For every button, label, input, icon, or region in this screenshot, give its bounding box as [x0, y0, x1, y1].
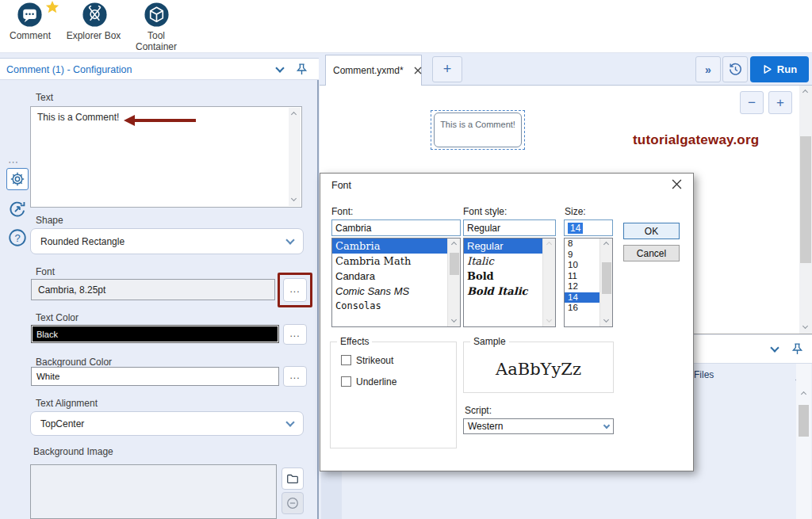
sample-group: Sample AaBbYyZz: [463, 342, 614, 393]
underline-checkbox[interactable]: [341, 376, 351, 387]
style-option[interactable]: Bold Italic: [464, 284, 555, 299]
pin-icon[interactable]: [791, 342, 804, 356]
settings-tab-button[interactable]: [6, 168, 29, 190]
help-tab-button[interactable]: ?: [7, 227, 28, 248]
plus-icon: +: [443, 61, 452, 78]
font-option[interactable]: Candara: [332, 269, 460, 284]
script-select[interactable]: Western: [463, 418, 614, 434]
cancel-button[interactable]: Cancel: [623, 245, 680, 261]
files-label: Files: [694, 369, 714, 380]
history-button[interactable]: [722, 56, 748, 82]
background-image-field-label: Background Image: [33, 446, 113, 457]
minus-circle-icon: [285, 496, 300, 510]
font-option[interactable]: Cambria Math: [332, 254, 460, 269]
scroll-down-icon[interactable]: [603, 317, 609, 322]
font-option[interactable]: Comic Sans MS: [332, 284, 460, 299]
zoom-in-button[interactable]: +: [768, 91, 792, 114]
watermark-text: tutorialgateway.org: [633, 132, 759, 148]
strikeout-checkbox[interactable]: [341, 355, 351, 365]
overflow-chevrons-button[interactable]: »: [695, 56, 721, 82]
scroll-up-icon[interactable]: [802, 90, 808, 95]
shape-value: Rounded Rectangle: [40, 236, 124, 247]
alignment-select[interactable]: TopCenter: [30, 411, 304, 436]
font-style-input[interactable]: Regular: [463, 219, 556, 236]
tool-comment[interactable]: Comment: [4, 2, 56, 41]
scrollbar-thumb[interactable]: [602, 262, 611, 294]
remove-image-button[interactable]: [282, 492, 304, 514]
font-size-input[interactable]: 14: [564, 219, 613, 236]
font-name-input[interactable]: Cambria: [331, 219, 461, 236]
scroll-down-icon[interactable]: [291, 196, 297, 201]
font-field-label: Font: [36, 266, 55, 277]
play-icon: [762, 64, 772, 74]
canvas-scrollbar[interactable]: [799, 86, 812, 334]
scroll-up-icon[interactable]: [801, 391, 806, 397]
new-tab-button[interactable]: +: [432, 56, 462, 82]
font-style-value: Regular: [467, 223, 500, 234]
ok-button[interactable]: OK: [623, 223, 680, 239]
document-tab-bar: Comment.yxmd* + » Run: [320, 53, 812, 86]
scroll-up-icon[interactable]: [546, 242, 552, 247]
font-size-list[interactable]: 8 9 10 11 12 14 16: [564, 238, 613, 327]
font-option[interactable]: Cambria: [332, 239, 460, 254]
text-color-field-label: Text Color: [36, 312, 79, 323]
background-image-input[interactable]: [30, 464, 277, 519]
scrollbar-thumb[interactable]: [799, 405, 809, 437]
scrollbar-thumb[interactable]: [800, 136, 811, 263]
history-icon: [728, 62, 743, 77]
configuration-panel: ⋯ ? Text This is a Comment! Shape Rounde…: [0, 80, 319, 519]
text-color-swatch[interactable]: Black: [31, 325, 279, 343]
font-name-list[interactable]: Cambria Cambria Math Candara Comic Sans …: [331, 238, 461, 327]
run-workflow-tab-button[interactable]: [7, 199, 28, 219]
size-list-scrollbar[interactable]: [599, 239, 612, 326]
font-list-label: Font:: [331, 206, 353, 217]
font-dialog: Font Font: Font style: Size: Cambria Reg…: [320, 173, 694, 471]
panel-dots-icon: ⋯: [8, 156, 20, 168]
shape-field-label: Shape: [36, 215, 63, 226]
style-option[interactable]: Regular: [464, 239, 555, 254]
comment-node-selection[interactable]: This is a Comment!: [431, 110, 525, 150]
dialog-title: Font: [331, 180, 351, 191]
background-color-value: White: [36, 372, 59, 381]
font-list-scrollbar[interactable]: [447, 239, 460, 326]
text-color-value: Black: [36, 330, 58, 339]
collapse-chevron-icon[interactable]: [770, 343, 779, 352]
browse-image-button[interactable]: [282, 467, 304, 490]
text-color-browse-button[interactable]: ...: [283, 324, 307, 345]
font-size-value: 14: [568, 223, 583, 234]
style-list-scrollbar[interactable]: [542, 239, 555, 326]
scroll-up-icon[interactable]: [603, 242, 609, 247]
textarea-scrollbar[interactable]: [289, 108, 301, 206]
comment-node[interactable]: This is a Comment!: [434, 113, 522, 147]
svg-text:?: ?: [14, 232, 20, 244]
tool-tool-container[interactable]: Tool Container: [131, 2, 182, 52]
zoom-out-button[interactable]: −: [740, 91, 764, 114]
style-option[interactable]: Bold: [464, 269, 555, 284]
background-color-browse-button[interactable]: ...: [283, 366, 307, 387]
chevron-down-icon: [285, 418, 294, 426]
scroll-down-icon[interactable]: [546, 317, 552, 322]
scroll-down-icon[interactable]: [451, 317, 457, 322]
collapse-chevron-icon[interactable]: [275, 63, 284, 72]
font-style-list[interactable]: Regular Italic Bold Bold Italic: [463, 238, 556, 327]
close-tab-icon[interactable]: [414, 67, 422, 74]
document-tab[interactable]: Comment.yxmd*: [325, 55, 422, 86]
double-chevron-icon: »: [705, 63, 711, 76]
shape-select[interactable]: Rounded Rectangle: [30, 228, 304, 254]
font-style-label: Font style:: [463, 206, 507, 217]
gear-icon: [10, 171, 25, 187]
configuration-header: Comment (1) - Configuration: [0, 58, 319, 80]
results-scrollbar[interactable]: [796, 364, 811, 519]
scroll-up-icon[interactable]: [451, 242, 457, 247]
document-tab-title: Comment.yxmd*: [333, 65, 404, 76]
pin-icon[interactable]: [295, 63, 308, 76]
background-color-swatch[interactable]: White: [31, 367, 279, 386]
scroll-up-icon[interactable]: [291, 112, 297, 117]
style-option[interactable]: Italic: [464, 254, 555, 269]
dialog-close-icon[interactable]: [672, 179, 682, 189]
font-option[interactable]: Consolas: [332, 299, 460, 314]
scrollbar-thumb[interactable]: [450, 253, 459, 275]
run-button[interactable]: Run: [750, 56, 809, 82]
tool-explorer-box[interactable]: Explorer Box: [63, 2, 124, 41]
scroll-down-icon[interactable]: [802, 323, 808, 329]
